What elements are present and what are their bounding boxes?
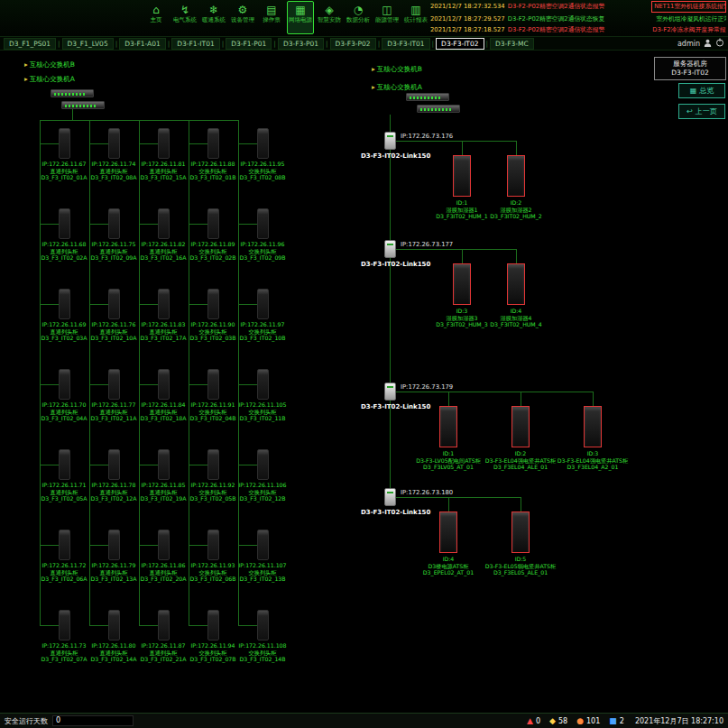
monitored-device[interactable]: ID:5D3-F3-EL05弱电竖井ATS柜D3_F3EL05_ALE_01 — [483, 511, 558, 576]
gateway-ip: IP:172.26.73.179 — [401, 383, 453, 391]
monitored-device[interactable]: ID:1D3-F3-LV05配电间ATS柜D3_F3LV05_AT_01 — [410, 406, 486, 471]
power-icon[interactable] — [715, 38, 724, 49]
tab-D3-F3-IT01[interactable]: D3-F3-IT01 — [382, 38, 429, 50]
nav-item-reports[interactable]: ▥统计报表 — [402, 1, 429, 34]
tab-separator: | — [115, 40, 119, 48]
grid-icon: ▦ — [690, 87, 697, 95]
rack-device[interactable]: IP:172.26.11.83直通列头柜D3_F3_IT02_17A — [138, 289, 189, 342]
rack-device[interactable]: IP:172.26.11.76直通列头柜D3_F3_IT02_10A — [88, 289, 139, 342]
nav-item-operation-ticket[interactable]: ▤操作票 — [258, 1, 285, 34]
rack-device[interactable]: IP:172.26.11.69直通列头柜D3_F3_IT02_03A — [39, 289, 89, 342]
major-count[interactable]: ◆58 — [549, 716, 567, 725]
user-icon[interactable] — [704, 39, 712, 49]
rack-device[interactable]: IP:172.26.11.74直通列头柜D3_F3_IT02_08A — [88, 128, 139, 181]
rack-device[interactable]: IP:172.26.11.95交换列头柜D3_F3_IT02_08B — [237, 128, 288, 181]
rack-cabinet-icon — [257, 530, 269, 560]
rack-cabinet-icon — [207, 610, 219, 640]
nav-item-security[interactable]: ◈智慧安防 — [316, 1, 343, 34]
datetime: 2021年12月7日 18:27:10 — [635, 716, 723, 726]
minor-count[interactable]: ●101 — [576, 716, 600, 725]
device-name: D3_F3_IT02_04B — [188, 415, 238, 422]
nav-item-data-analysis[interactable]: ◔数据分析 — [345, 1, 372, 34]
connector-line — [396, 249, 516, 250]
device-code: D3_F3EL05_ALE_01 — [483, 569, 558, 576]
critical-count[interactable]: ▲0 — [527, 716, 540, 725]
device-name: D3_F3_IT02_11B — [237, 415, 288, 422]
rack-device[interactable]: IP:172.26.11.68直通列头柜D3_F3_IT02_02A — [39, 208, 89, 262]
tab-D3-F3-P02[interactable]: D3-F3-P02 — [330, 38, 376, 50]
rack-device[interactable]: IP:172.26.11.88交换列头柜D3_F3_IT02_01B — [188, 128, 238, 181]
tab-D3_F1_LV05[interactable]: D3_F1_LV05 — [62, 38, 114, 50]
switch-marker-icon: ▸ — [24, 60, 28, 69]
device-type: 直通列头柜 — [88, 409, 139, 416]
tab-D3-F3-IT02[interactable]: D3-F3-IT02 — [436, 38, 484, 50]
device-type: 直通列头柜 — [39, 409, 89, 416]
overview-button[interactable]: ▦ 总览 — [678, 83, 725, 98]
rack-device[interactable]: IP:172.26.11.107交换列头柜D3_F3_IT02_13B — [237, 530, 288, 583]
rack-device[interactable]: IP:172.26.11.92交换列头柜D3_F3_IT02_05B — [188, 449, 238, 502]
rack-device[interactable]: IP:172.26.11.72直通列头柜D3_F3_IT02_06A — [39, 530, 89, 583]
monitored-device[interactable]: ID:4湿膜加湿器4D3_F3IT02_HUM_4 — [478, 263, 554, 328]
rack-device[interactable]: IP:172.26.11.79直通列头柜D3_F3_IT02_13A — [88, 530, 139, 583]
gateway-icon[interactable] — [384, 240, 396, 258]
rack-device[interactable]: IP:172.26.11.93交换列头柜D3_F3_IT02_06B — [188, 530, 238, 583]
rack-cabinet-icon — [158, 208, 170, 239]
tab-D3_F1_PS01[interactable]: D3_F1_PS01 — [4, 38, 56, 50]
alarm-ticker-row[interactable]: 2021/12/7 18:27:29.527D3-F2-P02精密空调2通信状态… — [430, 14, 726, 24]
device-type: 交换列头柜 — [188, 409, 238, 416]
gateway-icon[interactable] — [384, 488, 396, 506]
rack-device[interactable]: IP:172.26.11.85直通列头柜D3_F3_IT02_19A — [138, 449, 189, 502]
rack-device[interactable]: IP:172.26.11.67直通列头柜D3_F3_IT02_01A — [39, 128, 89, 181]
device-type: 直通列头柜 — [138, 650, 189, 657]
nav-item-network-power[interactable]: ▦网络电源 — [287, 1, 314, 34]
monitored-device[interactable]: ID:3D3-F3-EL04强电竖井ATS柜D3_F3EL04_A2_01 — [555, 406, 631, 471]
monitored-device[interactable]: ID:4D3楼电源ATS柜D3_EPEL02_AT_01 — [410, 511, 486, 576]
device-id: ID:4 — [410, 556, 486, 563]
tab-D3-F3-P01[interactable]: D3-F3-P01 — [278, 38, 324, 50]
info-count[interactable]: ■2 — [609, 716, 624, 725]
rack-cabinet-icon — [108, 449, 120, 480]
connector-line — [516, 141, 517, 155]
alarm-ticker-row[interactable]: 2021/12/7 18:27:18.527D3-F2-P02精密空调2通信状态… — [430, 25, 726, 35]
device-ip: IP:172.26.11.89 — [188, 241, 238, 248]
previous-page-button[interactable]: ↩ 上一页 — [678, 104, 725, 119]
rack-device[interactable]: IP:172.26.11.105交换列头柜D3_F3_IT02_11B — [237, 369, 288, 422]
tab-D3-F1-A01[interactable]: D3-F1-A01 — [119, 38, 166, 50]
rack-device[interactable]: IP:172.26.11.91交换列头柜D3_F3_IT02_04B — [188, 369, 238, 422]
rack-device[interactable]: IP:172.26.11.108交换列头柜D3_F3_IT02_14B — [237, 610, 288, 663]
rack-device[interactable]: IP:172.26.11.70直通列头柜D3_F3_IT02_04A — [39, 369, 89, 422]
rack-device[interactable]: IP:172.26.11.96交换列头柜D3_F3_IT02_09B — [237, 208, 288, 262]
rack-device[interactable]: IP:172.26.11.78直通列头柜D3_F3_IT02_12A — [88, 449, 139, 502]
monitored-device[interactable]: ID:2湿膜加湿器2D3_F3IT02_HUM_2 — [478, 155, 554, 220]
rack-device[interactable]: IP:172.26.11.80直通列头柜D3_F3_IT02_14A — [88, 610, 139, 663]
gateway-icon[interactable] — [384, 382, 396, 401]
rack-cabinet-icon — [108, 530, 120, 560]
nav-item-electrical[interactable]: ↯电气系统 — [171, 1, 198, 34]
rack-device[interactable]: IP:172.26.11.84直通列头柜D3_F3_IT02_18A — [138, 369, 189, 422]
rack-device[interactable]: IP:172.26.11.86直通列头柜D3_F3_IT02_20A — [138, 530, 189, 583]
rack-cabinet-icon — [257, 610, 269, 640]
device-type: 直通列头柜 — [138, 569, 189, 576]
rack-device[interactable]: IP:172.26.11.75直通列头柜D3_F3_IT02_09A — [88, 208, 139, 262]
rack-device[interactable]: IP:172.26.11.73直通列头柜D3_F3_IT02_07A — [39, 610, 89, 663]
rack-device[interactable]: IP:172.26.11.89交换列头柜D3_F3_IT02_02B — [188, 208, 238, 262]
tab-D3-F3-MC[interactable]: D3-F3-MC — [490, 38, 534, 50]
rack-device[interactable]: IP:172.26.11.71直通列头柜D3_F3_IT02_05A — [39, 449, 89, 502]
tab-D3-F1-P01[interactable]: D3-F1-P01 — [226, 38, 272, 50]
gateway-icon[interactable] — [384, 132, 396, 150]
rack-device[interactable]: IP:172.26.11.87直通列头柜D3_F3_IT02_21A — [138, 610, 189, 663]
rack-device[interactable]: IP:172.26.11.82直通列头柜D3_F3_IT02_16A — [138, 208, 189, 262]
nav-item-home[interactable]: ⌂主页 — [143, 1, 170, 34]
rack-device[interactable]: IP:172.26.11.81直通列头柜D3_F3_IT02_15A — [138, 128, 189, 181]
nav-item-energy[interactable]: ◫能源管理 — [373, 1, 401, 34]
alarm-ticker-row[interactable]: 2021/12/7 18:27:32.534D3-F2-P02精密空调2通信状态… — [430, 1, 726, 13]
monitored-device[interactable]: ID:2D3-F3-EL04强电竖井ATS柜D3_F3EL04_ALE_01 — [483, 406, 558, 471]
rack-device[interactable]: IP:172.26.11.106交换列头柜D3_F3_IT02_12B — [237, 449, 288, 502]
rack-device[interactable]: IP:172.26.11.97交换列头柜D3_F3_IT02_10B — [237, 289, 288, 342]
nav-item-hvac[interactable]: ❄暖通系统 — [200, 1, 227, 34]
rack-device[interactable]: IP:172.26.11.90交换列头柜D3_F3_IT02_03B — [188, 289, 238, 342]
rack-device[interactable]: IP:172.26.11.77直通列头柜D3_F3_IT02_11A — [88, 369, 139, 422]
rack-device[interactable]: IP:172.26.11.94交换列头柜D3_F3_IT02_07B — [188, 610, 238, 663]
nav-item-equipment[interactable]: ⚙设备管理 — [229, 1, 256, 34]
tab-D3-F1-IT01[interactable]: D3-F1-IT01 — [171, 38, 219, 50]
